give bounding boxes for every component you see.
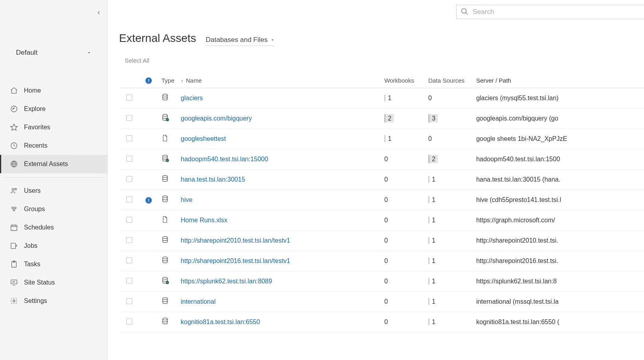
svg-marker-2 — [11, 124, 18, 131]
asset-name-link[interactable]: https://splunk62.test.tsi.lan:8089 — [181, 278, 272, 285]
asset-name-link[interactable]: googleapis.com/bigquery — [181, 115, 252, 122]
col-alert[interactable]: ! — [139, 73, 158, 88]
nav-site-status-label: Site Status — [24, 279, 55, 286]
row-checkbox[interactable] — [126, 95, 132, 101]
col-checkbox — [119, 73, 139, 88]
asset-name-link[interactable]: googlesheettest — [181, 135, 226, 142]
table-row: hadoopm540.test.tsi.lan:1500002hadoopm54… — [119, 149, 644, 170]
row-checkbox[interactable] — [126, 298, 132, 304]
svg-point-8 — [14, 207, 16, 209]
asset-name-link[interactable]: hadoopm540.test.tsi.lan:15000 — [181, 156, 268, 162]
col-data-sources[interactable]: Data Sources — [425, 73, 473, 88]
nav-jobs[interactable]: Jobs — [0, 237, 107, 255]
nav-home[interactable]: Home — [0, 81, 107, 100]
col-server-path[interactable]: Server / Path — [473, 73, 644, 88]
asset-name-link[interactable]: http://sharepoint2016.test.tsi.lan/testv… — [181, 257, 290, 264]
compass-icon — [10, 105, 18, 113]
table-row: kognitio81a.test.tsi.lan:655001kognitio8… — [119, 312, 644, 332]
row-checkbox[interactable] — [126, 278, 132, 284]
nav-favorites[interactable]: Favorites — [0, 118, 107, 136]
nav-schedules[interactable]: Schedules — [0, 218, 107, 237]
row-checkbox[interactable] — [126, 217, 132, 223]
asset-name-link[interactable]: hana.test.tsi.lan:30015 — [181, 176, 245, 183]
content: External Assets Databases and Files Sele… — [108, 0, 644, 360]
row-checkbox[interactable] — [126, 135, 132, 141]
chevron-left-icon — [96, 10, 101, 16]
data-sources-count: 1 — [428, 217, 435, 224]
sidebar-collapse-button[interactable] — [94, 8, 103, 18]
select-all-button[interactable]: Select All — [125, 57, 644, 64]
row-checkbox[interactable] — [126, 237, 132, 243]
row-checkbox[interactable] — [126, 318, 132, 324]
col-name-label: Name — [186, 77, 202, 84]
nav-groups[interactable]: Groups — [0, 200, 107, 218]
database-icon — [161, 277, 169, 285]
asset-name-link[interactable]: hive — [181, 196, 193, 203]
nav-tasks[interactable]: Tasks — [0, 255, 107, 273]
row-checkbox[interactable] — [126, 257, 132, 263]
col-type[interactable]: Type — [158, 73, 178, 88]
data-sources-count: 0 — [428, 95, 432, 101]
svg-point-22 — [163, 176, 167, 178]
row-checkbox[interactable] — [126, 115, 132, 121]
site-selector[interactable]: Default — [0, 44, 107, 61]
star-icon — [10, 123, 18, 132]
database-icon — [161, 297, 169, 305]
col-workbooks[interactable]: Workbooks — [381, 73, 425, 88]
workbooks-count: 0 — [384, 217, 388, 224]
svg-point-16 — [462, 8, 467, 13]
col-name[interactable]: ↑ Name — [178, 73, 381, 88]
asset-name-link[interactable]: kognitio81a.test.tsi.lan:6550 — [181, 318, 260, 325]
data-sources-count: 1 — [428, 176, 435, 183]
nav-settings[interactable]: Settings — [0, 292, 107, 310]
asset-name-link[interactable]: Home Runs.xlsx — [181, 217, 227, 224]
asset-name-link[interactable]: international — [181, 298, 216, 305]
caret-down-icon — [87, 50, 91, 55]
nav-external-assets[interactable]: External Assets — [0, 155, 107, 173]
workbooks-count: 0 — [384, 156, 388, 162]
data-sources-count: 1 — [428, 318, 435, 325]
nav-explore[interactable]: Explore — [0, 100, 107, 118]
data-sources-count: 0 — [428, 135, 432, 142]
server-path: hana.test.tsi.lan:30015 (hana. — [476, 176, 561, 183]
search-input[interactable] — [473, 8, 640, 16]
table-row: https://splunk62.test.tsi.lan:808901http… — [119, 271, 644, 292]
nav-users[interactable]: Users — [0, 182, 107, 200]
clipboard-icon — [10, 260, 18, 269]
nav-schedules-label: Schedules — [24, 224, 54, 231]
workbooks-count: 1 — [384, 135, 392, 142]
search-bar[interactable] — [456, 5, 644, 19]
content-type-filter[interactable]: Databases and Files — [206, 36, 275, 46]
jobs-icon — [10, 241, 18, 250]
site-name: Default — [16, 49, 38, 57]
row-checkbox[interactable] — [126, 156, 132, 162]
workbooks-count: 0 — [384, 237, 388, 244]
nav-home-label: Home — [24, 87, 41, 94]
alert-icon[interactable]: ! — [145, 197, 152, 204]
svg-point-26 — [163, 277, 167, 279]
workbooks-count: 0 — [384, 196, 388, 203]
clock-icon — [10, 141, 18, 150]
asset-name-link[interactable]: http://sharepoint2010.test.tsi.lan/testv… — [181, 237, 290, 244]
table-row: hana.test.tsi.lan:3001501hana.test.tsi.l… — [119, 170, 644, 190]
workbooks-count: 2 — [384, 114, 394, 123]
monitor-icon — [10, 278, 18, 287]
caret-down-icon — [270, 38, 275, 42]
table-wrap[interactable]: ! Type ↑ Name Workbooks Data Sources Ser… — [119, 73, 644, 360]
search-icon — [461, 8, 469, 17]
database-icon — [161, 317, 169, 325]
table-row: http://sharepoint2016.test.tsi.lan/testv… — [119, 251, 644, 271]
row-checkbox[interactable] — [126, 196, 132, 202]
nav-recents[interactable]: Recents — [0, 136, 107, 155]
nav-site-status[interactable]: Site Status — [0, 273, 107, 292]
database-icon — [161, 236, 169, 244]
nav-users-label: Users — [24, 187, 41, 194]
main: External Assets Databases and Files Sele… — [108, 0, 644, 360]
asset-name-link[interactable]: glaciers — [181, 95, 203, 101]
table-row: googlesheettest10google sheets 1bi-NA2_X… — [119, 129, 644, 149]
nav-jobs-label: Jobs — [24, 242, 38, 249]
sort-asc-icon: ↑ — [181, 78, 184, 84]
server-path: http://sharepoint2016.test.tsi. — [476, 257, 558, 264]
row-checkbox[interactable] — [126, 176, 132, 182]
server-path: glaciers (mysql55.test.tsi.lan) — [476, 95, 559, 101]
